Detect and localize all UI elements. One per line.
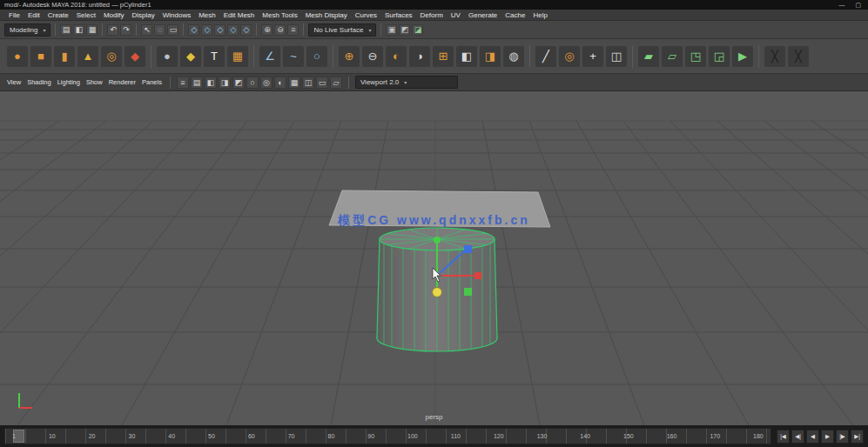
isolate-select-icon[interactable]: ▱ (330, 77, 342, 89)
menu-item[interactable]: Edit (24, 11, 44, 19)
mirror-icon[interactable]: ◫ (606, 46, 627, 67)
type-tool-icon[interactable]: T (204, 46, 225, 67)
bridge-icon[interactable]: ◨ (480, 46, 501, 67)
viewport[interactable]: 模型CG www.qdnxxfb.cn persp (0, 91, 868, 425)
motion-blur-toggle-icon[interactable]: ◐ (274, 77, 286, 89)
snap-grid-icon[interactable]: ◇ (188, 24, 199, 36)
smooth-sphere-icon[interactable]: ● (157, 46, 178, 67)
step-back-frame-button[interactable]: ◀| (791, 430, 804, 444)
maximize-button[interactable]: ▢ (855, 2, 861, 9)
manipulator-y-tip[interactable] (434, 237, 441, 244)
input-connections-icon[interactable]: ⊕ (261, 24, 273, 36)
extrude-icon[interactable]: ⊞ (433, 46, 454, 67)
film-gate-icon[interactable]: ◫ (302, 77, 314, 89)
menu-item[interactable]: Mesh Tools (259, 11, 300, 19)
boolean-difference-icon[interactable]: ◑ (409, 46, 430, 67)
panel-layout-icon[interactable]: ≡ (177, 77, 189, 89)
quad-draw-icon[interactable]: ▰ (638, 46, 659, 67)
menu-item[interactable]: Create (44, 11, 72, 19)
menu-item[interactable]: Curves (352, 11, 380, 19)
sculpt-tool-icon[interactable]: ▶ (732, 46, 753, 67)
ao-toggle-icon[interactable]: ◎ (260, 77, 273, 89)
target-weld-icon[interactable]: ◎ (559, 46, 580, 67)
construction-history-icon[interactable]: ≡ (287, 24, 299, 36)
menu-item[interactable]: Windows (159, 11, 194, 19)
play-forwards-button[interactable]: ▶ (821, 430, 834, 444)
minimize-button[interactable]: — (838, 2, 844, 9)
relax-tool-icon[interactable]: ▱ (662, 46, 683, 67)
open-scene-icon[interactable]: ◧ (73, 24, 84, 36)
boolean-union-icon[interactable]: ◐ (386, 46, 407, 67)
multi-cut-icon[interactable]: ╱ (535, 46, 556, 67)
poly-cylinder-icon[interactable]: ▮ (54, 46, 75, 67)
textured-mode-icon[interactable]: ◨ (219, 77, 231, 89)
redo-icon[interactable]: ↷ (120, 24, 131, 36)
menu-item[interactable]: Modify (100, 11, 128, 19)
step-forward-frame-button[interactable]: |▶ (836, 430, 849, 444)
panel-menu-item[interactable]: Show (84, 78, 104, 86)
menu-item[interactable]: Surfaces (381, 11, 416, 19)
menu-item[interactable]: File (5, 11, 24, 19)
grid-toggle-icon[interactable]: ▦ (288, 77, 300, 89)
delete-icon[interactable]: ╳ (788, 46, 809, 67)
curve-tool-icon[interactable]: ~ (283, 46, 304, 67)
panel-menu-item[interactable]: Panels (140, 78, 164, 86)
panel-menu-item[interactable]: Lighting (56, 78, 82, 86)
menu-item[interactable]: Mesh (195, 11, 219, 19)
menu-item[interactable]: Deform (417, 11, 447, 19)
manipulator-center-handle[interactable] (433, 288, 442, 297)
menu-item[interactable]: Display (129, 11, 158, 19)
poly-plane-icon[interactable]: ◆ (124, 46, 145, 67)
bevel-icon[interactable]: ◧ (456, 46, 477, 67)
shadows-toggle-icon[interactable]: ○ (246, 77, 259, 89)
output-connections-icon[interactable]: ⊖ (274, 24, 286, 36)
combine-icon[interactable]: ⊕ (339, 46, 360, 67)
platonic-solid-icon[interactable]: ◆ (180, 46, 201, 67)
wireframe-mode-icon[interactable]: ▤ (191, 77, 203, 89)
connect-icon[interactable]: + (582, 46, 603, 67)
grab-tool-icon[interactable]: ◳ (685, 46, 706, 67)
save-scene-icon[interactable]: ▦ (86, 24, 98, 36)
time-slider[interactable]: 1102030405060708090100110120130140150160… (4, 428, 771, 444)
snap-curve-icon[interactable]: ◇ (201, 24, 212, 36)
viewport-canvas[interactable] (0, 91, 868, 425)
smooth-shade-icon[interactable]: ◧ (205, 77, 217, 89)
panel-menu-item[interactable]: Shading (25, 78, 53, 86)
poly-sphere-icon[interactable]: ● (7, 46, 28, 67)
poly-torus-icon[interactable]: ◎ (101, 46, 122, 67)
ipr-render-icon[interactable]: ◩ (399, 24, 410, 36)
select-tool-icon[interactable]: ↖ (141, 24, 152, 36)
go-to-end-button[interactable]: ▶| (851, 430, 864, 444)
snap-point-icon[interactable]: ◇ (214, 24, 225, 36)
menu-item[interactable]: Mesh Display (302, 11, 351, 19)
menu-set-dropdown[interactable]: Modeling ▾ (4, 23, 50, 37)
panel-menu-item[interactable]: View (5, 78, 23, 86)
play-backwards-button[interactable]: ◀ (806, 430, 819, 444)
poly-cone-icon[interactable]: ▲ (77, 46, 98, 67)
mirror-cut-icon[interactable]: ╳ (764, 46, 785, 67)
render-settings-icon[interactable]: ◪ (412, 24, 423, 36)
manipulator-plane-handle[interactable] (464, 288, 472, 296)
menu-item[interactable]: Cache (501, 11, 528, 19)
renderer-dropdown[interactable]: Viewport 2.0 ▾ (355, 76, 458, 89)
circle-curve-icon[interactable]: ○ (306, 46, 327, 67)
new-scene-icon[interactable]: ▤ (60, 24, 71, 36)
lasso-tool-icon[interactable]: ◌ (154, 24, 165, 36)
pinch-tool-icon[interactable]: ◲ (709, 46, 730, 67)
lighting-mode-icon[interactable]: ◩ (232, 77, 245, 89)
menu-item[interactable]: Generate (465, 11, 501, 19)
menu-item[interactable]: UV (447, 11, 464, 19)
svg-tool-icon[interactable]: ▦ (227, 46, 248, 67)
panel-menu-item[interactable]: Renderer (107, 78, 138, 86)
separate-icon[interactable]: ⊖ (362, 46, 383, 67)
menu-item[interactable]: Help (529, 11, 550, 19)
measure-distance-icon[interactable]: ∠ (259, 46, 280, 67)
menu-item[interactable]: Select (73, 11, 99, 19)
smooth-icon[interactable]: ◍ (503, 46, 524, 67)
paint-select-icon[interactable]: ▭ (167, 24, 178, 36)
snap-view-icon[interactable]: ◇ (240, 24, 252, 36)
resolution-gate-icon[interactable]: ▭ (316, 77, 328, 89)
live-surface-dropdown[interactable]: No Live Surface ▾ (308, 23, 376, 37)
go-to-start-button[interactable]: |◀ (777, 430, 790, 444)
manipulator-x-tip[interactable] (474, 272, 481, 279)
